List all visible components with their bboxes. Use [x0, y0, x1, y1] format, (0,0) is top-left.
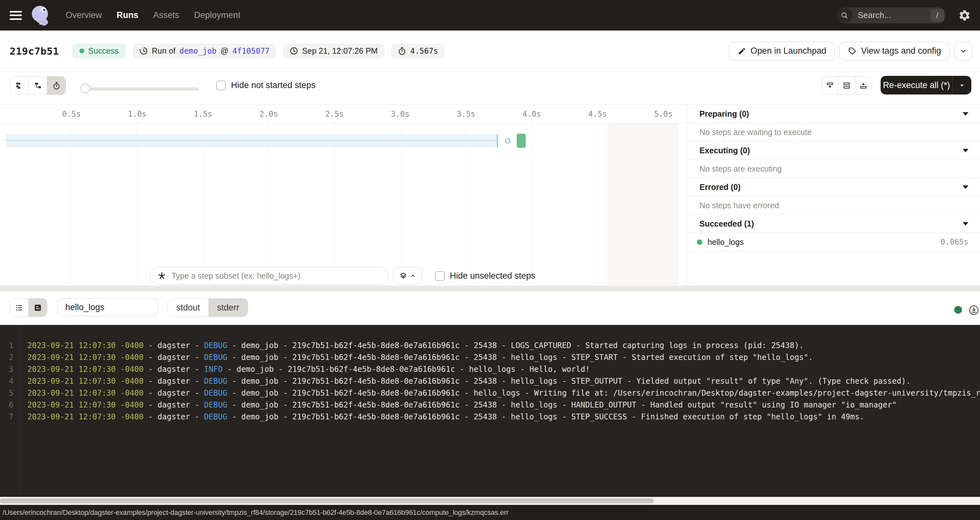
scrollbar-thumb[interactable]: [0, 498, 654, 503]
step-subset-input[interactable]: [171, 271, 382, 281]
collapse-chevron-icon: [963, 149, 969, 152]
axis-gridline: [72, 124, 72, 286]
search-shortcut-key: /: [931, 9, 944, 22]
tag-icon: [848, 47, 856, 55]
op-selector-icon: [158, 271, 166, 280]
search-input[interactable]: Search... /: [837, 7, 946, 24]
axis-gridline: [269, 124, 269, 286]
checkbox-icon[interactable]: [216, 81, 226, 90]
collapse-chevron-icon: [963, 185, 969, 189]
step-status-panel: Preparing (0) No steps are waiting to ex…: [687, 105, 980, 286]
status-badge: Success: [72, 44, 126, 59]
log-file-path: /Users/erincochran/Desktop/dagster-examp…: [3, 509, 509, 517]
step-success-dot-icon: [697, 239, 702, 245]
menu-icon[interactable]: [10, 11, 22, 20]
hide-unselected-label: Hide unselected steps: [450, 271, 535, 281]
collapse-chevron-icon: [963, 112, 969, 116]
dagster-run-page: Overview Runs Assets Deployment Search..…: [0, 0, 980, 520]
collapse-chevron-icon: [963, 222, 969, 226]
graph-query-options-button[interactable]: [393, 267, 422, 285]
log-line-number: 2: [0, 353, 14, 362]
reexecute-all-button[interactable]: Re-execute all (*): [881, 80, 952, 90]
log-horizontal-scrollbar: [0, 497, 980, 505]
section-executing-empty: No steps are executing: [688, 160, 980, 178]
step-bar-hello-logs[interactable]: [517, 134, 526, 148]
log-step-filter-input[interactable]: [57, 298, 158, 316]
nav-item-assets[interactable]: Assets: [153, 10, 179, 20]
slider-track[interactable]: [80, 87, 199, 90]
log-line: 72023-09-21 12:07:30 -0400 - dagster - D…: [0, 411, 980, 423]
download-icon: [969, 305, 979, 315]
run-id: 219c7b51: [10, 45, 59, 57]
nav-item-runs[interactable]: Runs: [117, 10, 138, 20]
axis-tick-label: 0.5s: [62, 109, 81, 119]
hide-unselected-checkbox[interactable]: Hide unselected steps: [435, 271, 535, 281]
log-capture-status-icon: [954, 306, 962, 314]
dagster-logo-icon[interactable]: [30, 5, 51, 26]
axis-gridline: [597, 124, 598, 286]
open-in-launchpad-button[interactable]: Open in Launchpad: [729, 42, 835, 60]
log-line: 12023-09-21 12:07:30 -0400 - dagster - D…: [0, 339, 980, 351]
gantt-zoom-slider[interactable]: [80, 84, 199, 92]
chevron-down-icon: [959, 47, 967, 55]
hide-not-started-label: Hide not started steps: [231, 80, 316, 90]
hide-not-started-checkbox[interactable]: Hide not started steps: [216, 80, 316, 90]
nav-item-overview[interactable]: Overview: [66, 10, 102, 20]
dock-bottom-button[interactable]: [822, 76, 838, 95]
log-line-text: 2023-09-21 12:07:30 -0400 - dagster - IN…: [27, 365, 590, 374]
step-start-marker-icon: [505, 138, 510, 143]
clock-icon: [290, 47, 298, 55]
job-link[interactable]: demo_job: [179, 47, 216, 55]
log-line-number: 7: [0, 412, 14, 421]
run-actions-dropdown-button[interactable]: [954, 41, 972, 61]
chevron-down-icon: [958, 81, 966, 89]
pencil-icon: [738, 47, 746, 55]
section-errored-empty: No steps have errored: [688, 197, 980, 215]
section-preparing-header[interactable]: Preparing (0): [688, 105, 980, 123]
slider-knob[interactable]: [80, 84, 90, 93]
raw-log-view-button[interactable]: [28, 298, 47, 317]
gantt-view-mode-group: [10, 76, 66, 95]
reexecute-dropdown-button[interactable]: [952, 76, 971, 95]
log-line-number: 1: [0, 341, 14, 350]
search-icon: [837, 7, 853, 24]
timed-view-button[interactable]: [47, 76, 66, 95]
log-line-number: 6: [0, 400, 14, 409]
tab-stderr[interactable]: stderr: [208, 298, 248, 317]
log-line-number: 4: [0, 377, 14, 386]
section-errored-header[interactable]: Errored (0): [688, 178, 980, 197]
timestamp-pill: Sep 21, 12:07:26 PM: [283, 44, 384, 59]
view-tags-config-button[interactable]: View tags and config: [839, 42, 950, 60]
gantt-chart: 0.5s1.0s1.5s2.0s2.5s3.0s3.5s4.0s4.5s5.0s…: [0, 105, 687, 286]
split-panel-button[interactable]: [838, 76, 855, 95]
log-view-mode-group: [10, 298, 47, 317]
stopwatch-icon: [398, 47, 406, 55]
gantt-after-run-shade: [608, 124, 679, 286]
log-path-footer: /Users/erincochran/Desktop/dagster-examp…: [0, 505, 980, 520]
flat-view-button[interactable]: [10, 76, 28, 95]
snapshot-link[interactable]: 4f105077: [232, 47, 270, 55]
chevron-up-icon: [410, 273, 416, 279]
section-succeeded-header[interactable]: Succeeded (1): [688, 215, 980, 233]
log-line: 62023-09-21 12:07:30 -0400 - dagster - D…: [0, 399, 980, 411]
dock-top-button[interactable]: [855, 76, 872, 95]
nav-links: Overview Runs Assets Deployment: [66, 10, 240, 20]
log-line: 52023-09-21 12:07:30 -0400 - dagster - D…: [0, 387, 980, 399]
step-duration: 0.065s: [940, 238, 969, 246]
gear-icon[interactable]: [958, 9, 971, 22]
axis-gridline: [400, 124, 401, 286]
axis-tick-label: 1.0s: [128, 109, 146, 119]
download-log-button[interactable]: [969, 305, 979, 315]
structured-log-view-button[interactable]: [10, 298, 28, 317]
waterfall-view-button[interactable]: [28, 76, 47, 95]
axis-tick-label: 5.0s: [654, 109, 673, 119]
checkbox-icon[interactable]: [435, 271, 445, 281]
log-line-text: 2023-09-21 12:07:30 -0400 - dagster - DE…: [27, 412, 864, 421]
section-divider: [0, 286, 980, 292]
log-toolbar: stdout stderr: [0, 292, 980, 325]
succeeded-step-row[interactable]: hello_logs 0.065s: [688, 233, 980, 251]
nav-item-deployment[interactable]: Deployment: [194, 10, 240, 20]
section-executing-header[interactable]: Executing (0): [688, 141, 980, 160]
tab-stdout[interactable]: stdout: [168, 298, 208, 317]
top-nav: Overview Runs Assets Deployment Search..…: [0, 0, 980, 30]
